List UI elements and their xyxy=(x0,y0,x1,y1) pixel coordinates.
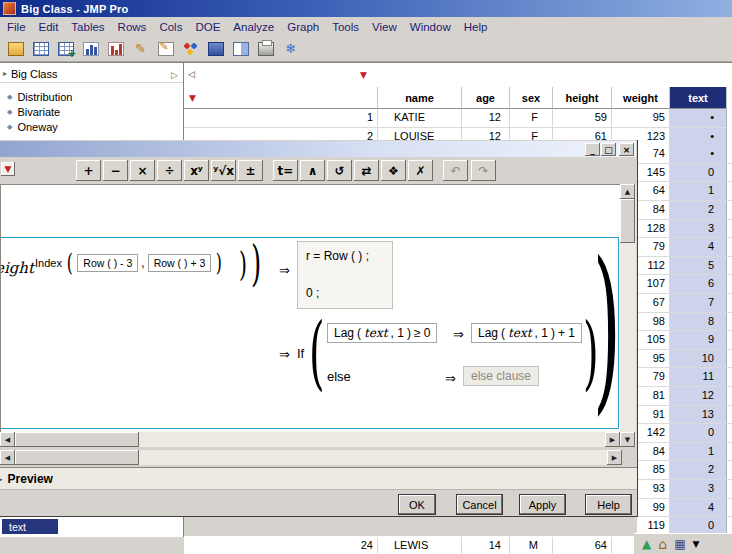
sign-button[interactable]: ± xyxy=(238,160,263,181)
sex-cell[interactable]: F xyxy=(510,109,553,127)
scroll-up-icon[interactable]: ▲ xyxy=(620,184,635,199)
weight-cell[interactable]: 79 xyxy=(637,368,670,386)
text-cell[interactable]: 12 xyxy=(670,387,727,405)
columns-red-triangle-icon[interactable]: ▼ xyxy=(189,93,196,103)
text-cell[interactable]: 6 xyxy=(670,275,727,293)
menu-file[interactable]: File xyxy=(7,21,26,33)
name-cell[interactable]: LEWIS xyxy=(378,537,462,554)
menu-rows[interactable]: Rows xyxy=(118,21,147,33)
scroll-left-icon[interactable]: ◀ xyxy=(0,450,15,465)
title-bar[interactable]: Big Class - JMP Pro xyxy=(0,0,732,17)
root-button[interactable]: ʸ√x xyxy=(211,160,236,181)
text-cell[interactable]: 3 xyxy=(670,480,727,498)
sidebar-item-distribution[interactable]: ◆Distribution xyxy=(0,89,183,104)
print-button[interactable] xyxy=(254,38,277,59)
text-cell[interactable]: 10 xyxy=(670,350,727,368)
annotate-button[interactable]: ✎ xyxy=(129,38,152,59)
weight-cell[interactable]: 81 xyxy=(637,387,670,405)
text-cell[interactable]: 3 xyxy=(670,220,727,238)
weight-cell[interactable]: 107 xyxy=(637,275,670,293)
text-cell[interactable]: 7 xyxy=(670,294,727,312)
menu-help[interactable]: Help xyxy=(464,21,488,33)
column-header-name[interactable]: name xyxy=(378,87,462,109)
panel-horizontal-scrollbar[interactable]: ◀ ▶ xyxy=(0,450,622,465)
text-cell[interactable]: 0 xyxy=(670,164,727,182)
menu-cols[interactable]: Cols xyxy=(159,21,182,33)
age-cell[interactable]: 12 xyxy=(462,109,510,127)
disclosure-icon[interactable]: ▸ xyxy=(0,474,3,484)
table-red-triangle-icon[interactable]: ▼ xyxy=(360,70,367,80)
glue-result-box[interactable]: r = Row ( ) ; 0 ; xyxy=(297,241,393,309)
weight-cell[interactable]: 74 xyxy=(637,145,670,163)
menu-view[interactable]: View xyxy=(372,21,397,33)
scroll-right-icon[interactable]: ▶ xyxy=(607,450,622,465)
if-keyword[interactable]: If xyxy=(297,346,304,361)
pattern-button[interactable]: ❄ xyxy=(279,38,302,59)
name-cell[interactable]: KATIE xyxy=(378,109,462,127)
menu-tables[interactable]: Tables xyxy=(71,21,104,33)
weight-cell[interactable]: 91 xyxy=(637,406,670,424)
weight-cell[interactable]: 85 xyxy=(637,461,670,479)
text-cell[interactable]: 1 xyxy=(670,182,727,200)
then-clause-box[interactable]: Lag ( text , 1 ) + 1 xyxy=(471,323,582,343)
weight-cell[interactable]: 67 xyxy=(637,294,670,312)
column-header-height[interactable]: height xyxy=(553,87,612,109)
index-subscript-expression[interactable]: Index ( Row ( ) - 3 , Row ( ) + 3 ) xyxy=(35,251,224,275)
variable-text[interactable]: text xyxy=(508,326,532,340)
layout-button[interactable] xyxy=(229,38,252,59)
canvas-horizontal-scrollbar[interactable]: ◀ ▶ xyxy=(0,432,620,447)
weight-cell[interactable]: 128 xyxy=(637,220,670,238)
weight-cell[interactable]: 145 xyxy=(637,164,670,182)
divide-button[interactable]: ÷ xyxy=(157,160,182,181)
ok-button[interactable]: OK xyxy=(398,494,436,515)
apply-button[interactable]: Apply xyxy=(519,494,566,515)
text-cell[interactable]: 2 xyxy=(670,461,727,479)
help-button[interactable]: Help xyxy=(585,494,632,515)
local-variable-button[interactable]: t= xyxy=(273,160,298,181)
panel-collapse-icon[interactable]: ◁ xyxy=(188,69,195,79)
scrollbar-thumb[interactable] xyxy=(15,450,139,465)
weight-cell[interactable]: 79 xyxy=(637,238,670,256)
formula-canvas[interactable]: eight Index ( Row ( ) - 3 , Row ( ) + 3 … xyxy=(0,184,620,432)
scroll-down-icon[interactable]: ▼ xyxy=(620,432,635,447)
text-cell[interactable]: 4 xyxy=(670,238,727,256)
peel-button[interactable]: ∧ xyxy=(300,160,325,181)
menu-graph[interactable]: Graph xyxy=(287,21,319,33)
text-cell[interactable]: 0 xyxy=(670,424,727,442)
text-cell[interactable]: 11 xyxy=(670,368,727,386)
text-cell[interactable]: 2 xyxy=(670,201,727,219)
else-keyword[interactable]: else xyxy=(327,369,351,384)
row-number-cell[interactable]: 24 xyxy=(184,537,378,554)
preview-panel[interactable]: ▸ Preview xyxy=(0,467,637,490)
open-table-button[interactable] xyxy=(4,38,27,59)
menu-doe[interactable]: DOE xyxy=(195,21,220,33)
formula-red-triangle-button[interactable]: ▼ xyxy=(1,162,15,176)
weight-cell[interactable]: 105 xyxy=(637,331,670,349)
menu-tools[interactable]: Tools xyxy=(332,21,359,33)
switch-terms-button[interactable]: ⇄ xyxy=(354,160,379,181)
power-button[interactable]: xʸ xyxy=(184,160,209,181)
reorder-button[interactable]: ↺ xyxy=(327,160,352,181)
minimize-button[interactable]: _ xyxy=(585,143,600,156)
zero-line[interactable]: 0 ; xyxy=(306,286,319,300)
variable-weight-fragment[interactable]: eight xyxy=(0,259,34,277)
height-cell[interactable]: 64 xyxy=(553,537,612,554)
weight-cell[interactable]: 84 xyxy=(637,201,670,219)
minus-button[interactable]: − xyxy=(103,160,128,181)
text-cell[interactable]: 5 xyxy=(670,257,727,275)
scroll-left-icon[interactable]: ◀ xyxy=(0,432,15,447)
script-button[interactable] xyxy=(154,38,177,59)
variable-text[interactable]: text xyxy=(364,326,388,340)
green-arrow-icon[interactable]: ▲ xyxy=(642,538,651,550)
index-arg1-box[interactable]: Row ( ) - 3 xyxy=(77,254,138,272)
weight-cell[interactable]: 98 xyxy=(637,313,670,331)
age-cell[interactable]: 14 xyxy=(462,537,510,554)
else-clause-box[interactable]: else clause xyxy=(463,366,539,386)
weight-cell[interactable]: 95 xyxy=(637,350,670,368)
view-dropdown-icon[interactable]: ▼ xyxy=(692,538,699,550)
bar-chart-button[interactable] xyxy=(79,38,102,59)
weight-cell[interactable]: 142 xyxy=(637,424,670,442)
redo-button[interactable]: ↷ xyxy=(471,160,496,181)
weight-cell[interactable]: 64 xyxy=(637,182,670,200)
scrollbar-thumb[interactable] xyxy=(15,432,139,447)
